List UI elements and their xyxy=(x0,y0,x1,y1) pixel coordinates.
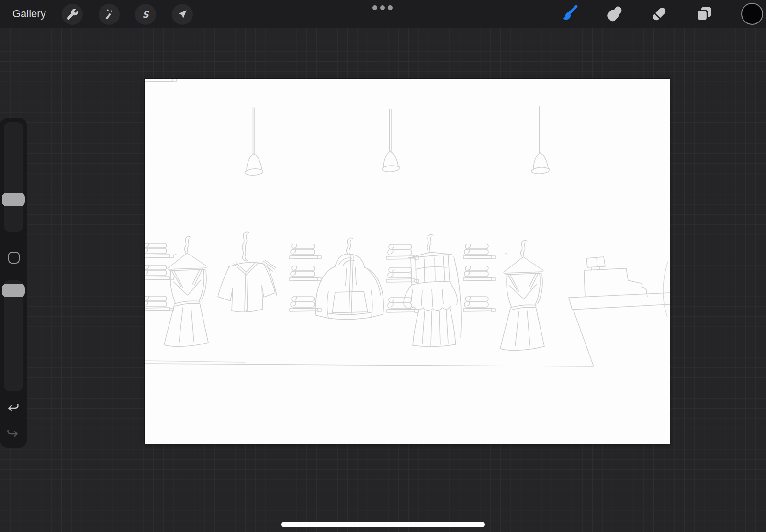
sketch-ruffle-dress xyxy=(404,252,461,347)
sketch-shirt xyxy=(218,260,277,312)
transform-arrow-icon xyxy=(176,8,189,21)
layers-button[interactable] xyxy=(693,2,716,25)
layers-icon xyxy=(694,3,715,24)
sketch-pendant-lamps xyxy=(245,106,549,175)
wrench-icon xyxy=(66,8,79,21)
magic-wand-icon xyxy=(103,8,115,21)
adjustments-button[interactable] xyxy=(99,4,120,25)
dot xyxy=(388,5,393,10)
drawing-canvas[interactable] xyxy=(145,79,670,444)
sketch-folded-shelves xyxy=(145,79,495,312)
undo-button[interactable] xyxy=(6,401,20,415)
selection-button[interactable]: S xyxy=(135,4,156,25)
store-sketch xyxy=(145,79,670,444)
sketch-partial-sleeve xyxy=(663,262,668,317)
canvas-menu-dots[interactable] xyxy=(372,5,393,10)
actions-button[interactable] xyxy=(62,4,83,25)
brush-size-handle[interactable] xyxy=(2,193,25,206)
selection-s-icon: S xyxy=(139,8,152,21)
color-swatch-button[interactable] xyxy=(741,2,764,25)
smudge-tool-button[interactable] xyxy=(602,2,625,25)
sketch-cami-dress xyxy=(164,253,208,346)
sketch-hoodie xyxy=(315,254,383,320)
transform-button[interactable] xyxy=(172,4,193,25)
brush-size-slider[interactable] xyxy=(4,122,23,232)
redo-button[interactable] xyxy=(6,427,20,441)
sketch-stray-marks xyxy=(175,253,507,255)
sketch-counter-register xyxy=(569,257,670,366)
svg-text:S: S xyxy=(142,10,149,20)
procreate-app: { "app_title": "Procreate canvas", "colo… xyxy=(0,0,766,532)
home-indicator[interactable] xyxy=(281,522,485,527)
paintbrush-icon xyxy=(558,3,579,24)
brush-sidebar xyxy=(0,118,27,448)
dot xyxy=(372,5,377,10)
top-toolbar: Gallery S xyxy=(0,0,766,28)
eraser-icon xyxy=(649,3,670,24)
brush-opacity-handle[interactable] xyxy=(2,284,25,297)
paint-tool-button[interactable] xyxy=(557,2,580,25)
redo-arrow-icon xyxy=(6,427,20,441)
undo-arrow-icon xyxy=(6,401,20,415)
gallery-button[interactable]: Gallery xyxy=(12,0,46,28)
sketch-hanger-hooks xyxy=(184,232,527,261)
dot xyxy=(380,5,385,10)
smudge-finger-icon xyxy=(603,3,624,24)
erase-tool-button[interactable] xyxy=(648,2,671,25)
color-swatch-icon xyxy=(741,2,764,25)
modify-button[interactable] xyxy=(8,252,20,264)
sketch-floor-line xyxy=(145,361,593,366)
